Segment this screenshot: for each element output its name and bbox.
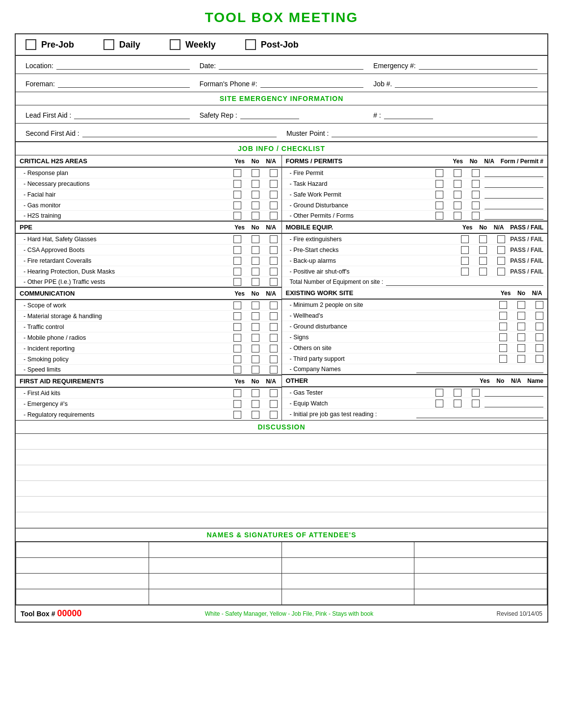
fp-0-permit-field[interactable]	[485, 169, 543, 177]
pre-job-option[interactable]: Pre-Job	[26, 39, 74, 50]
sig-cell-3-3[interactable]	[282, 574, 414, 589]
h2s-4-yes-cb[interactable]	[233, 212, 241, 220]
sig-cell-2-4[interactable]	[414, 558, 547, 574]
ppe-0-yes-cb[interactable]	[233, 235, 241, 243]
h2s-1-na-cb[interactable]	[270, 180, 278, 188]
fp-2-no-cb[interactable]	[454, 191, 461, 199]
discussion-line-3[interactable]	[16, 465, 547, 481]
comm-1-yes-cb[interactable]	[233, 312, 241, 320]
h2s-0-no-cb[interactable]	[252, 169, 259, 177]
job-input[interactable]	[395, 78, 537, 88]
discussion-line-6[interactable]	[16, 512, 547, 528]
h2s-1-yes-cb[interactable]	[233, 180, 241, 188]
me-2-yes-cb[interactable]	[461, 257, 469, 265]
comm-6-no-cb[interactable]	[252, 366, 259, 374]
sig-cell-1-1[interactable]	[16, 542, 149, 558]
fp-4-no-cb[interactable]	[454, 212, 461, 220]
me-3-no-cb[interactable]	[479, 268, 487, 276]
h2s-0-yes-cb[interactable]	[233, 169, 241, 177]
oth-0-name-field[interactable]	[485, 389, 543, 397]
muster-point-input[interactable]	[332, 127, 537, 137]
post-job-checkbox[interactable]	[245, 39, 256, 50]
ews-0-yes-cb[interactable]	[499, 301, 507, 309]
oth-initial-reading-input[interactable]	[416, 410, 543, 418]
fp-4-yes-cb[interactable]	[435, 212, 443, 220]
fp-0-na-cb[interactable]	[472, 169, 480, 177]
sig-cell-3-1[interactable]	[16, 574, 149, 589]
foreman-phone-input[interactable]	[260, 78, 364, 88]
location-input[interactable]	[56, 60, 190, 70]
sig-cell-2-2[interactable]	[149, 558, 282, 574]
fp-3-permit-field[interactable]	[485, 201, 543, 209]
ews-2-yes-cb[interactable]	[499, 323, 507, 330]
comm-4-yes-cb[interactable]	[233, 345, 241, 352]
fa-0-na-cb[interactable]	[270, 389, 278, 397]
ews-1-no-cb[interactable]	[517, 312, 525, 320]
daily-checkbox[interactable]	[103, 39, 114, 50]
oth-1-no-cb[interactable]	[454, 400, 461, 407]
lead-first-aid-input[interactable]	[74, 109, 189, 119]
comm-2-no-cb[interactable]	[252, 323, 259, 331]
ews-2-na-cb[interactable]	[536, 323, 543, 330]
ppe-1-yes-cb[interactable]	[233, 246, 241, 254]
total-equip-input[interactable]	[386, 278, 543, 286]
foreman-input[interactable]	[58, 78, 190, 88]
ppe-0-na-cb[interactable]	[270, 235, 278, 243]
sig-cell-1-2[interactable]	[149, 542, 282, 558]
comm-4-no-cb[interactable]	[252, 345, 259, 352]
comm-3-na-cb[interactable]	[270, 334, 278, 342]
fp-2-na-cb[interactable]	[472, 191, 480, 199]
ppe-2-yes-cb[interactable]	[233, 257, 241, 265]
daily-option[interactable]: Daily	[103, 39, 140, 50]
fp-3-no-cb[interactable]	[454, 201, 461, 209]
ews-5-yes-cb[interactable]	[499, 355, 507, 363]
fp-4-permit-field[interactable]	[485, 212, 543, 220]
fp-0-no-cb[interactable]	[454, 169, 461, 177]
me-1-na-cb[interactable]	[497, 246, 505, 254]
fa-1-na-cb[interactable]	[270, 400, 278, 408]
second-first-aid-input[interactable]	[82, 127, 277, 137]
me-0-no-cb[interactable]	[479, 235, 487, 243]
comm-3-no-cb[interactable]	[252, 334, 259, 342]
ppe-0-no-cb[interactable]	[252, 235, 259, 243]
ppe-4-yes-cb[interactable]	[233, 278, 241, 286]
comm-1-no-cb[interactable]	[252, 312, 259, 320]
ppe-3-na-cb[interactable]	[270, 268, 278, 276]
pre-job-checkbox[interactable]	[26, 39, 36, 50]
ews-0-no-cb[interactable]	[517, 301, 525, 309]
fp-2-permit-field[interactable]	[485, 191, 543, 199]
me-2-na-cb[interactable]	[497, 257, 505, 265]
h2s-3-na-cb[interactable]	[270, 201, 278, 209]
fp-2-yes-cb[interactable]	[435, 191, 443, 199]
oth-0-no-cb[interactable]	[454, 389, 461, 397]
sig-cell-2-3[interactable]	[282, 558, 414, 574]
comm-0-yes-cb[interactable]	[233, 301, 241, 309]
me-2-no-cb[interactable]	[479, 257, 487, 265]
h2s-2-no-cb[interactable]	[252, 191, 259, 199]
h2s-1-no-cb[interactable]	[252, 180, 259, 188]
h2s-2-na-cb[interactable]	[270, 191, 278, 199]
fa-1-no-cb[interactable]	[252, 400, 259, 408]
safety-rep-input[interactable]	[240, 109, 299, 119]
fa-2-yes-cb[interactable]	[233, 411, 241, 419]
ews-company-names-input[interactable]	[416, 365, 543, 373]
me-3-yes-cb[interactable]	[461, 268, 469, 276]
fp-1-na-cb[interactable]	[472, 180, 480, 188]
ews-1-na-cb[interactable]	[536, 312, 543, 320]
h2s-2-yes-cb[interactable]	[233, 191, 241, 199]
fp-0-yes-cb[interactable]	[435, 169, 443, 177]
sig-cell-4-4[interactable]	[414, 589, 547, 605]
fa-2-na-cb[interactable]	[270, 411, 278, 419]
fa-0-no-cb[interactable]	[252, 389, 259, 397]
ews-4-no-cb[interactable]	[517, 344, 525, 352]
me-1-no-cb[interactable]	[479, 246, 487, 254]
sig-cell-3-4[interactable]	[414, 574, 547, 589]
weekly-checkbox[interactable]	[170, 39, 180, 50]
ppe-1-na-cb[interactable]	[270, 246, 278, 254]
comm-2-yes-cb[interactable]	[233, 323, 241, 331]
fp-1-no-cb[interactable]	[454, 180, 461, 188]
ews-5-na-cb[interactable]	[536, 355, 543, 363]
ews-3-na-cb[interactable]	[536, 333, 543, 341]
sig-cell-4-2[interactable]	[149, 589, 282, 605]
comm-5-no-cb[interactable]	[252, 355, 259, 363]
